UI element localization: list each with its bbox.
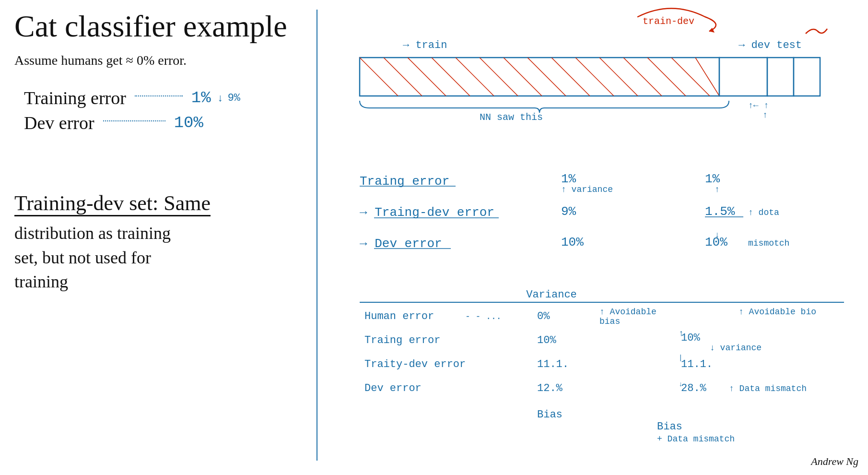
svg-text:↑ Avoidable bio: ↑ Avoidable bio xyxy=(739,307,816,317)
training-dev-section: Training-dev set: Same distribution as t… xyxy=(14,191,312,294)
svg-text:↑← ↑: ↑← ↑ xyxy=(748,101,769,110)
svg-text:↑: ↑ xyxy=(715,185,720,194)
svg-text:↑ variance: ↑ variance xyxy=(561,185,613,194)
svg-text:Bias: Bias xyxy=(537,409,563,421)
error-section: Training error 1% ↓ 9% Dev error 10% xyxy=(24,87,312,133)
main-title: Cat classifier example xyxy=(14,10,312,43)
train-label: → train xyxy=(403,39,447,51)
svg-text:↑: ↑ xyxy=(762,110,768,120)
svg-text:bias: bias xyxy=(599,317,620,326)
svg-text:+ Data mismatch: + Data mismatch xyxy=(657,434,735,444)
svg-text:0%: 0% xyxy=(537,310,550,322)
vertical-divider xyxy=(317,10,317,461)
svg-text:mismotch: mismotch xyxy=(748,238,789,248)
dev-rect xyxy=(767,58,794,96)
svg-text:↓ variance: ↓ variance xyxy=(710,343,762,353)
svg-text:Bias: Bias xyxy=(657,421,682,433)
training-dev-desc: distribution as trainingset, but not use… xyxy=(14,221,312,294)
svg-text:10%: 10% xyxy=(681,332,700,344)
training-error-label: Training error xyxy=(24,87,126,108)
svg-text:11.1.: 11.1. xyxy=(537,358,569,370)
svg-text:10%: 10% xyxy=(561,235,584,249)
dev-error-line: Dev error 10% xyxy=(24,112,312,133)
svg-text:↑: ↑ xyxy=(679,329,684,338)
dev-test-label: → dev test xyxy=(739,39,802,51)
svg-text:↑ dota: ↑ dota xyxy=(748,208,779,217)
svg-text:9%: 9% xyxy=(561,204,576,219)
svg-text:↑ Avoidable: ↑ Avoidable xyxy=(599,307,657,317)
author-credit: Andrew Ng xyxy=(811,455,858,468)
svg-text:↓: ↓ xyxy=(679,380,682,388)
training-dev-title-line: Training-dev set: Same xyxy=(14,191,312,216)
nn-saw-this: NN saw this xyxy=(480,112,543,123)
bottom-section: Variance Human error - - ... 0% ↑ Avoida… xyxy=(345,283,854,465)
dev-error-value: 10% xyxy=(174,114,203,132)
training-error-line: Training error 1% ↓ 9% xyxy=(24,87,312,108)
diagram-area: → train train-dev → dev test xyxy=(345,5,854,149)
svg-text:|: | xyxy=(679,354,682,362)
diagram-svg: → train train-dev → dev test xyxy=(345,5,854,149)
middle-svg: Traing error 1% ↑ variance 1% ↑ → Traing… xyxy=(345,154,854,278)
svg-text:28.%: 28.% xyxy=(681,382,707,394)
svg-text:- - ...: - - ... xyxy=(465,312,502,321)
svg-text:1%: 1% xyxy=(561,172,576,186)
svg-text:Traing error: Traing error xyxy=(364,334,440,346)
subtitle: Assume humans get ≈ 0% error. xyxy=(14,53,312,68)
svg-text:12.%: 12.% xyxy=(537,382,563,394)
test-rect xyxy=(794,58,820,96)
train-dev-rect xyxy=(719,58,767,96)
svg-text:↓: ↓ xyxy=(715,230,720,240)
svg-text:Dev error: Dev error xyxy=(364,382,422,394)
training-dev-underlined: Training-dev set: Same xyxy=(14,191,211,216)
middle-section: Traing error 1% ↑ variance 1% ↑ → Traing… xyxy=(345,154,854,278)
svg-text:Human error: Human error xyxy=(364,310,434,322)
svg-text:Variance: Variance xyxy=(526,289,577,301)
bottom-svg: Variance Human error - - ... 0% ↑ Avoida… xyxy=(345,283,854,465)
train-dev-label: train-dev xyxy=(643,16,694,27)
svg-text:↑ Data mismatch: ↑ Data mismatch xyxy=(729,384,807,393)
arrow-down-icon: ↓ xyxy=(218,92,223,104)
svg-text:1%: 1% xyxy=(705,172,720,186)
training-error-value: 1% xyxy=(191,89,211,107)
svg-text:11.1.: 11.1. xyxy=(681,358,713,370)
training-error-dots xyxy=(135,95,183,96)
right-panel: → train train-dev → dev test xyxy=(326,0,868,475)
left-panel: Cat classifier example Assume humans get… xyxy=(0,0,326,475)
drop-note: 9% xyxy=(228,92,240,104)
dev-error-dots xyxy=(103,120,165,121)
svg-text:Traity-dev error: Traity-dev error xyxy=(364,358,466,370)
dev-error-label: Dev error xyxy=(24,112,94,133)
svg-text:10%: 10% xyxy=(537,334,556,346)
